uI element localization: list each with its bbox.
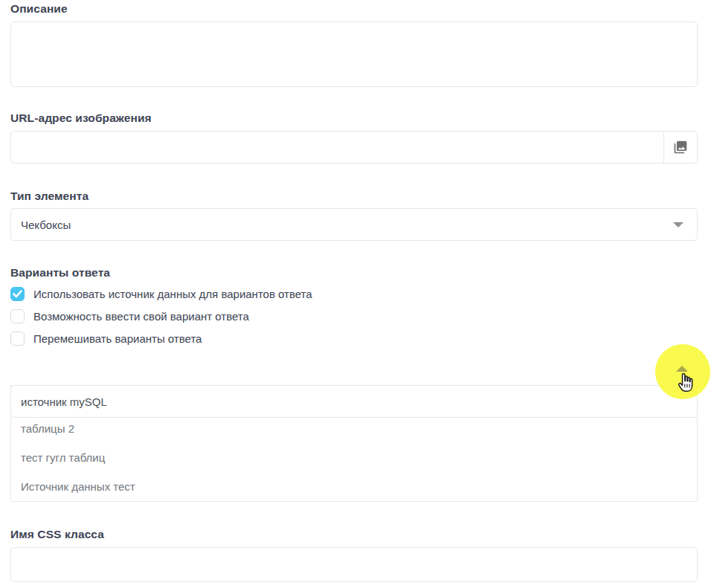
dropdown-option[interactable]: тест гугл таблиц xyxy=(11,443,697,472)
element-type-value: Чекбоксы xyxy=(21,219,71,231)
data-source-value: источник mySQL xyxy=(21,395,107,408)
description-label: Описание xyxy=(10,1,68,16)
form-panel: Описание URL-адрес изображения Тип элеме… xyxy=(0,0,711,588)
element-type-select[interactable]: Чекбоксы xyxy=(10,208,698,241)
checkbox-label: Использовать источник данных для вариант… xyxy=(33,288,312,300)
css-class-input[interactable] xyxy=(11,548,697,581)
dropdown-option[interactable]: Источник данных тест xyxy=(11,472,697,501)
photo-library-icon xyxy=(673,140,688,155)
checkbox-icon xyxy=(10,287,25,301)
checkbox-label: Возможность ввести свой вариант ответа xyxy=(33,310,249,323)
css-class-group xyxy=(10,547,698,582)
checkbox-custom-answer[interactable]: Возможность ввести свой вариант ответа xyxy=(10,308,249,325)
image-picker-button[interactable] xyxy=(663,132,697,163)
description-textarea[interactable] xyxy=(10,22,698,87)
image-url-input[interactable] xyxy=(11,132,663,163)
image-url-label: URL-адрес изображения xyxy=(10,111,152,125)
chevron-down-icon xyxy=(673,222,683,227)
css-class-label: Имя CSS класса xyxy=(10,527,104,541)
data-source-select[interactable]: источник mySQL xyxy=(10,385,698,418)
dropdown-option[interactable]: таблицы 2 xyxy=(11,414,697,443)
checkbox-use-data-source[interactable]: Использовать источник данных для вариант… xyxy=(10,285,312,303)
checkbox-shuffle-answers[interactable]: Перемешивать варианты ответа xyxy=(10,330,202,347)
checkbox-icon xyxy=(10,309,25,323)
checkbox-label: Перемешивать варианты ответа xyxy=(33,332,202,345)
element-type-label: Тип элемента xyxy=(10,189,89,203)
checkbox-icon xyxy=(10,332,25,346)
answer-options-label: Варианты ответа xyxy=(10,265,110,280)
chevron-up-icon xyxy=(676,366,688,372)
image-url-group xyxy=(10,131,698,164)
